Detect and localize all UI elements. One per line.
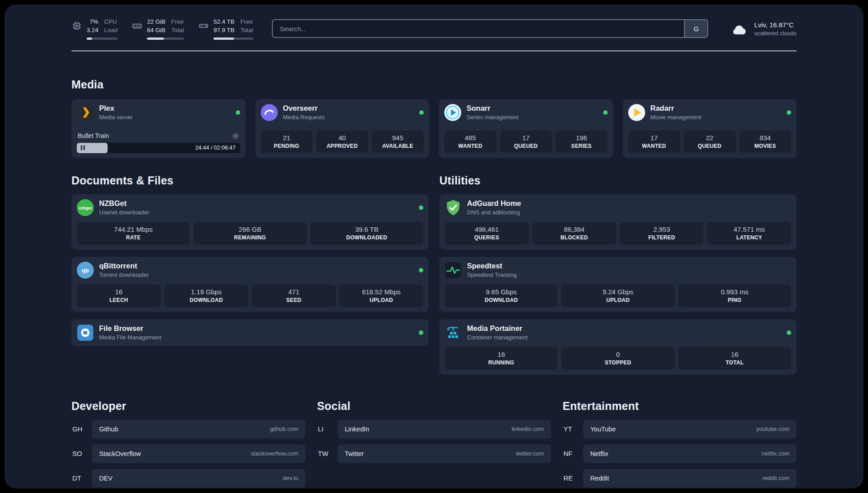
bookmark-link-youtube[interactable]: YouTube youtube.com (583, 420, 797, 439)
bookmark-link-twitter[interactable]: Twitter twitter.com (338, 444, 551, 463)
stat-label: SERIES (557, 143, 606, 149)
bookmark-link-linkedin[interactable]: LinkedIn linkedin.com (338, 420, 551, 439)
service-card-speedtest[interactable]: Speedtest Speedtest Tracking 9.65 Gbps D… (439, 257, 797, 312)
bookmark-abbr: TW (317, 444, 338, 463)
bookmark-url: netflix.com (762, 450, 789, 457)
cpu-load-value: 3.24 (87, 26, 98, 35)
stat-box: 16 TOTAL (678, 347, 791, 370)
service-card-overseerr[interactable]: Overseerr Media Requests 21 PENDING 40 A… (255, 99, 430, 158)
bookmark-link-github[interactable]: Github github.com (92, 420, 305, 439)
section-title-developer: Developer (71, 400, 305, 413)
qbittorrent-icon: qb (77, 262, 94, 279)
service-card-adguard[interactable]: AdGuard Home DNS and adblocking 498,461 … (439, 194, 797, 250)
section-title-documents: Documents & Files (71, 174, 429, 187)
stat-value: 9.24 Gbps (563, 288, 672, 296)
stat-value: 17 (502, 134, 551, 142)
stat-box: 744.21 Mbps RATE (77, 222, 190, 245)
now-playing-widget: Bullet Train 24:44 / 02:06:4 (77, 132, 240, 153)
stat-label: BLOCKED (534, 234, 614, 241)
search-input[interactable] (273, 20, 684, 37)
stat-value: 744.21 Mbps (79, 226, 188, 233)
memory-free-label: Free (171, 18, 184, 26)
documents-section: Documents & Files nzbget NZBGet Usenet d… (71, 174, 429, 346)
bookmark-link-dev[interactable]: DEV dev.to (92, 469, 305, 488)
stat-value: 47.571 ms (709, 226, 789, 233)
status-dot (419, 268, 423, 272)
stat-box: 16 LEECH (77, 284, 161, 307)
stat-value: 16 (447, 351, 556, 358)
service-card-radarr[interactable]: Radarr Movie management 17 WANTED 22 QUE… (623, 99, 797, 158)
service-card-qbittorrent[interactable]: qb qBittorrent Torrent downloader 16 (71, 257, 429, 312)
memory-total-value: 64 GiB (147, 26, 165, 35)
stat-value: 86,384 (534, 226, 614, 233)
stat-label: STOPPED (563, 359, 672, 366)
status-dot (787, 330, 791, 335)
svg-text:qb: qb (82, 267, 89, 274)
stat-box: 9.24 Gbps UPLOAD (561, 284, 674, 307)
stat-box: 40 APPROVED (316, 130, 368, 153)
status-dot (603, 110, 608, 115)
stat-box: 485 WANTED (444, 130, 497, 153)
service-subtitle: Container management (467, 334, 528, 341)
stat-box: 21 PENDING (261, 130, 313, 153)
search-bar[interactable]: G (272, 19, 709, 38)
media-section: Media Plex Media server (71, 78, 797, 158)
stat-box: 0 STOPPED (561, 347, 674, 370)
stat-label: DOWNLOAD (447, 297, 556, 303)
service-subtitle: Media Requests (283, 114, 325, 121)
service-name: qBittorrent (99, 262, 149, 270)
stat-box: 39.6 TB DOWNLOADED (310, 222, 423, 245)
cpu-widget: 7% 3.24 CPU Load (71, 18, 117, 40)
weather-condition: scattered clouds (754, 30, 797, 37)
top-bar: 7% 3.24 CPU Load (71, 18, 797, 40)
radarr-icon (628, 104, 645, 121)
bookmark-url: youtube.com (756, 426, 789, 432)
stat-value: 39.6 TB (312, 226, 421, 233)
bookmark-name: Netflix (590, 450, 608, 457)
cpu-load-label: Load (104, 26, 117, 35)
service-card-sonarr[interactable]: Sonarr Series management 485 WANTED 17 Q… (439, 99, 613, 158)
memory-widget: 22 GiB 64 GiB Free Total (132, 18, 184, 40)
stat-label: APPROVED (318, 143, 367, 149)
settings-gear-icon[interactable] (232, 132, 239, 140)
cpu-label: CPU (104, 18, 117, 26)
stat-label: WANTED (630, 143, 679, 149)
stat-value: 16 (680, 351, 789, 358)
pause-icon[interactable] (81, 146, 85, 150)
stat-label: RATE (79, 234, 188, 241)
cpu-icon (71, 21, 82, 31)
stat-value: 471 (254, 288, 334, 296)
stat-value: 9.65 Gbps (447, 288, 556, 296)
dashboard-panel: 7% 3.24 CPU Load (4, 4, 864, 489)
sonarr-icon (444, 104, 461, 121)
stat-box: 471 SEED (252, 284, 336, 307)
memory-progress-bar (147, 38, 184, 40)
bookmark-link-stackoverflow[interactable]: StackOverflow stackoverflow.com (92, 444, 305, 463)
disk-widget: 52.4 TB 97.9 TB Free Total (198, 18, 253, 40)
stat-label: REMAINING (195, 234, 305, 241)
status-dot (419, 205, 423, 210)
stat-box: 1.19 Gbps DOWNLOAD (164, 284, 248, 307)
service-card-nzbget[interactable]: nzbget NZBGet Usenet downloader 744.21 M… (71, 194, 429, 250)
bookmark-link-reddit[interactable]: Reddit reddit.com (583, 469, 797, 488)
stat-value: 1.19 Gbps (166, 288, 246, 296)
service-card-filebrowser[interactable]: File Browser Media File Management (71, 319, 429, 346)
cpu-progress-bar (87, 38, 117, 40)
bookmark-name: Github (99, 426, 118, 433)
bookmark-url: github.com (270, 426, 298, 432)
bookmark-url: twitter.com (516, 450, 544, 457)
service-card-plex[interactable]: Plex Media server Bullet Train (71, 99, 246, 158)
playback-time: 24:44 / 02:06:47 (195, 145, 235, 151)
service-card-portainer[interactable]: Media Portainer Container management 16 … (439, 319, 797, 375)
service-subtitle: Usenet downloader (99, 209, 149, 216)
search-provider-button[interactable]: G (684, 20, 707, 37)
disk-free-label: Free (240, 18, 253, 26)
stat-value: 618.52 Mbps (341, 288, 421, 296)
disk-progress-bar (213, 38, 253, 40)
playback-progress-bar[interactable]: 24:44 / 02:06:47 (77, 143, 240, 153)
stat-value: 22 (685, 134, 734, 142)
stat-label: QUERIES (447, 234, 527, 241)
stat-value: 834 (741, 134, 790, 142)
service-subtitle: Torrent downloader (99, 272, 149, 278)
bookmark-link-netflix[interactable]: Netflix netflix.com (583, 444, 797, 463)
